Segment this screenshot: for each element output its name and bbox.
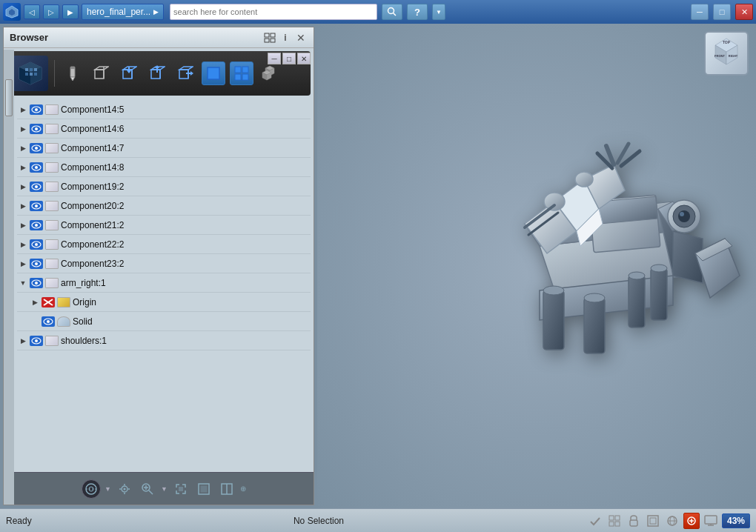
label-comp212: Component21:2 [61, 220, 124, 230]
eye-icon-comp232[interactable] [30, 259, 43, 269]
box-tool-btn[interactable] [89, 61, 113, 85]
tree-item-armright[interactable]: ▼ arm_right:1 [17, 273, 311, 293]
nav-btn-3[interactable]: ▶ [62, 4, 79, 19]
scroll-area[interactable] [4, 50, 14, 505]
browser-x-icon: ✕ [296, 32, 305, 44]
label-origin: Origin [73, 297, 96, 307]
browser-close-btn[interactable]: ✕ [294, 31, 308, 44]
file-title[interactable]: hero_final_per... ▶ [82, 4, 164, 20]
browser-grid-btn[interactable] [263, 31, 276, 44]
browser-info-btn[interactable]: i [279, 31, 292, 44]
tree-item-comp202[interactable]: ▶ Component20:2 [17, 196, 311, 216]
tree-item-origin[interactable]: ▶ Origin [17, 293, 311, 312]
bottom-zoom-arrow[interactable]: ▼ [161, 485, 168, 493]
help-arrow[interactable]: ▼ [432, 4, 445, 20]
help-arrow-icon: ▼ [436, 9, 442, 16]
pencil-tool-btn[interactable] [61, 61, 84, 85]
svg-marker-22 [95, 67, 108, 70]
maximize-button[interactable]: □ [713, 4, 731, 20]
svg-point-123 [584, 293, 605, 302]
browser-max-btn[interactable]: □ [282, 53, 296, 64]
eye-icon-solid[interactable] [42, 316, 55, 327]
eye-icon-comp146[interactable] [30, 124, 43, 134]
bottom-frame-btn[interactable] [194, 479, 213, 499]
svg-rect-41 [235, 67, 241, 73]
eye-icon-armright[interactable] [30, 278, 43, 288]
search-bar[interactable] [170, 4, 377, 20]
eye-icon-comp192[interactable] [30, 182, 43, 192]
nav-btn-1[interactable]: ◁ [24, 4, 40, 19]
tree-arrow-comp232: ▶ [19, 259, 27, 268]
comp-icon-armright [45, 278, 59, 288]
right-tool-btn[interactable] [173, 61, 197, 85]
import-tool-btn[interactable] [117, 61, 141, 85]
tree-item-shoulders[interactable]: ▶ shoulders:1 [17, 331, 311, 350]
svg-rect-5 [271, 33, 275, 37]
eye-icon-comp145[interactable] [30, 104, 43, 115]
comp-icon-comp147 [45, 143, 59, 153]
bottom-orbit-arrow[interactable]: ▼ [105, 485, 111, 493]
svg-rect-124 [629, 276, 645, 327]
checkmark-icon[interactable] [587, 513, 603, 529]
tree-item-comp146[interactable]: ▶ Component14:6 [17, 119, 311, 139]
svg-point-52 [35, 108, 38, 111]
tree-item-comp145[interactable]: ▶ Component14:5 [17, 100, 311, 119]
svg-rect-30 [151, 70, 160, 79]
svg-rect-43 [235, 74, 241, 80]
tree-item-comp192[interactable]: ▶ Component19:2 [17, 177, 311, 196]
cubes-btn[interactable] [258, 61, 282, 85]
bottom-fit-btn[interactable] [171, 479, 190, 499]
eye-icon-comp222[interactable] [30, 239, 43, 250]
lock-icon[interactable] [626, 513, 642, 529]
monitor-icon[interactable] [703, 513, 719, 529]
grid-btn[interactable] [230, 61, 253, 85]
minimize-button[interactable]: ─ [691, 4, 709, 20]
nav-btn-2[interactable]: ▷ [43, 4, 59, 19]
zoom-indicator[interactable]: 43% [722, 513, 750, 528]
cube-logo [13, 56, 48, 91]
frame-icon[interactable] [645, 513, 661, 529]
svg-point-58 [35, 166, 38, 169]
svg-marker-29 [127, 70, 131, 73]
svg-rect-133 [615, 516, 620, 520]
help-button[interactable]: ? [407, 4, 428, 20]
eye-icon-comp148[interactable] [30, 162, 43, 173]
svg-rect-136 [630, 520, 637, 526]
tree-item-comp147[interactable]: ▶ Component14:7 [17, 139, 311, 158]
square-blue-btn[interactable] [202, 61, 225, 85]
grid-status-icon[interactable] [606, 513, 623, 529]
eye-icon-comp212[interactable] [30, 220, 43, 230]
mesh-icon[interactable] [664, 513, 680, 529]
bottom-section-btn[interactable] [217, 479, 236, 499]
eye-icon-comp202[interactable] [30, 201, 43, 211]
bottom-orbit-btn[interactable] [82, 479, 101, 499]
browser-header: Browser i ✕ [4, 27, 314, 48]
tree-item-comp222[interactable]: ▶ Component22:2 [17, 235, 311, 254]
browser-x-btn[interactable]: ✕ [297, 53, 311, 64]
active-status-icon[interactable] [683, 513, 700, 529]
svg-rect-13 [30, 68, 33, 71]
viewport[interactable]: TOP FRONT RIGHT [317, 24, 756, 508]
svg-point-2 [388, 8, 394, 14]
tree-item-comp232[interactable]: ▶ Component23:2 [17, 254, 311, 273]
eye-icon-comp147[interactable] [30, 143, 43, 153]
svg-rect-12 [25, 68, 28, 71]
scroll-thumb[interactable] [5, 79, 13, 116]
tree-item-comp148[interactable]: ▶ Component14:8 [17, 158, 311, 177]
eye-icon-shoulders[interactable] [30, 336, 43, 346]
bottom-pan-btn[interactable] [115, 479, 134, 499]
svg-rect-88 [201, 486, 207, 492]
tree-arrow-comp202: ▶ [19, 202, 27, 210]
browser-min-btn[interactable]: ─ [268, 53, 281, 64]
bottom-zoom-btn[interactable] [138, 479, 157, 499]
close-button[interactable]: ✕ [735, 4, 753, 20]
export-tool-btn[interactable] [145, 61, 169, 85]
statusbar: Ready No Selection 43% [0, 508, 756, 532]
tree-item-comp212[interactable]: ▶ Component21:2 [17, 216, 311, 235]
search-input[interactable] [173, 7, 374, 16]
selection-text: No Selection [56, 516, 581, 526]
comp-icon-comp145 [45, 104, 59, 115]
tree-item-solid[interactable]: ▶ Solid [17, 312, 311, 331]
eye-icon-origin[interactable] [42, 297, 55, 307]
search-button[interactable] [382, 4, 402, 20]
